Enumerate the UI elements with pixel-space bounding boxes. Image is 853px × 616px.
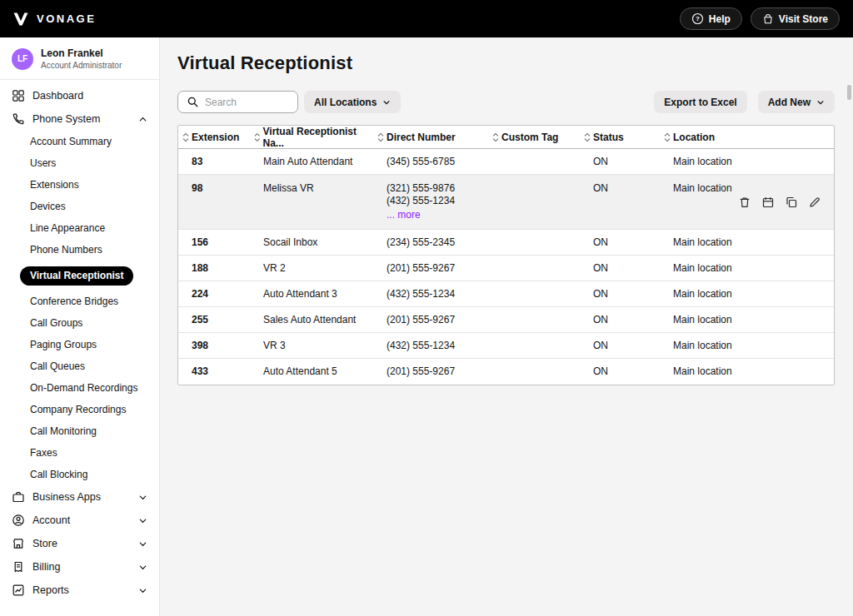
cell-status: ON bbox=[580, 262, 660, 275]
chevron-down-icon bbox=[138, 586, 147, 595]
edit-pencil-icon[interactable] bbox=[807, 195, 822, 210]
sidebar-item-call-groups[interactable]: Call Groups bbox=[0, 312, 159, 334]
sidebar-item-reports[interactable]: Reports bbox=[0, 579, 159, 602]
column-header-status[interactable]: Status bbox=[580, 132, 660, 143]
table-row[interactable]: 156 Socail Inbox (234) 555-2345 ON Main … bbox=[178, 230, 834, 256]
copy-icon[interactable] bbox=[784, 195, 799, 210]
cell-location: Main location bbox=[660, 288, 834, 301]
phone-icon bbox=[12, 112, 25, 126]
chevron-down-icon bbox=[138, 493, 147, 502]
chart-icon bbox=[12, 584, 25, 597]
cell-name: Socail Inbox bbox=[250, 236, 373, 249]
cell-location: Main location bbox=[660, 156, 834, 168]
sidebar-item-account[interactable]: Account bbox=[0, 509, 159, 532]
sidebar-item-business-apps[interactable]: Business Apps bbox=[0, 485, 159, 509]
cell-status: ON bbox=[580, 288, 660, 301]
cell-extension: 83 bbox=[178, 156, 250, 168]
cell-status: ON bbox=[580, 182, 660, 195]
chevron-down-icon bbox=[816, 98, 825, 107]
table-row[interactable]: 433 Auto Attendant 5 (201) 555-9267 ON M… bbox=[178, 359, 834, 385]
table-row[interactable]: 255 Sales Auto Attendant (201) 555-9267 … bbox=[178, 307, 834, 333]
sidebar-item-conference-bridges[interactable]: Conference Bridges bbox=[0, 291, 159, 312]
table-row[interactable]: 224 Auto Attendant 3 (432) 555-1234 ON M… bbox=[178, 281, 834, 307]
sidebar-item-dashboard[interactable]: Dashboard bbox=[0, 84, 159, 107]
cell-name: Sales Auto Attendant bbox=[250, 314, 373, 326]
sidebar-item-call-monitoring[interactable]: Call Monitoring bbox=[0, 420, 159, 442]
chevron-down-icon bbox=[382, 98, 391, 107]
export-to-excel-button[interactable]: Export to Excel bbox=[654, 91, 746, 113]
sidebar-item-store[interactable]: Store bbox=[0, 532, 159, 555]
sort-icon bbox=[664, 132, 671, 142]
calendar-icon[interactable] bbox=[761, 195, 776, 210]
brand-name: VONAGE bbox=[37, 12, 96, 25]
main-content: Virtual Receptionist All Locations Expor… bbox=[160, 37, 853, 616]
vonage-logo[interactable]: VONAGE bbox=[13, 12, 96, 26]
cell-direct-number: (432) 555-1234 bbox=[373, 340, 488, 352]
sidebar-item-account-summary[interactable]: Account Summary bbox=[0, 131, 159, 152]
sidebar-item-label: Business Apps bbox=[32, 491, 131, 503]
table-row[interactable]: 83 Main Auto Attendant (345) 555-6785 ON… bbox=[178, 149, 834, 175]
table-row[interactable]: 398 VR 3 (432) 555-1234 ON Main location bbox=[178, 333, 834, 359]
sidebar-item-faxes[interactable]: Faxes bbox=[0, 442, 159, 464]
visit-store-button[interactable]: Visit Store bbox=[751, 7, 840, 30]
svg-text:?: ? bbox=[696, 15, 700, 22]
cell-name: Melissa VR bbox=[250, 182, 373, 195]
sidebar-item-line-appearance[interactable]: Line Appearance bbox=[0, 217, 159, 239]
cell-name: Auto Attendant 5 bbox=[250, 365, 373, 378]
sidebar-item-devices[interactable]: Devices bbox=[0, 196, 159, 217]
column-header-location[interactable]: Location bbox=[660, 132, 834, 143]
cell-name: VR 2 bbox=[250, 262, 373, 275]
more-numbers-link[interactable]: ... more bbox=[387, 209, 488, 221]
cell-extension: 156 bbox=[178, 236, 250, 249]
cell-direct-number: (345) 555-6785 bbox=[373, 156, 488, 168]
scrollbar-thumb[interactable] bbox=[847, 85, 851, 100]
search-box[interactable] bbox=[177, 91, 298, 113]
sort-icon bbox=[492, 132, 499, 142]
search-input[interactable] bbox=[205, 97, 289, 108]
sidebar-item-call-blocking[interactable]: Call Blocking bbox=[0, 464, 159, 485]
sidebar-item-paging-groups[interactable]: Paging Groups bbox=[0, 334, 159, 355]
sidebar-item-on-demand-recordings[interactable]: On-Demand Recordings bbox=[0, 377, 159, 399]
cell-location: Main location bbox=[660, 365, 834, 378]
cell-status: ON bbox=[580, 156, 660, 168]
cell-name: VR 3 bbox=[250, 340, 373, 352]
cell-status: ON bbox=[580, 314, 660, 326]
column-header-name[interactable]: Virtual Receptionist Na... bbox=[250, 126, 373, 149]
table-row[interactable]: 188 VR 2 (201) 555-9267 ON Main location bbox=[178, 256, 834, 281]
user-profile[interactable]: LF Leon Frankel Account Administrator bbox=[0, 37, 159, 80]
sidebar-item-company-recordings[interactable]: Company Recordings bbox=[0, 399, 159, 420]
cell-direct-number: (201) 555-9267 bbox=[373, 314, 488, 326]
dashboard-icon bbox=[12, 89, 25, 102]
topbar-actions: ? Help Visit Store bbox=[680, 7, 840, 30]
help-button[interactable]: ? Help bbox=[680, 7, 742, 30]
visit-store-label: Visit Store bbox=[779, 13, 828, 25]
sidebar-item-label: Reports bbox=[32, 584, 131, 596]
sidebar-item-label: Phone System bbox=[32, 113, 131, 125]
column-header-extension[interactable]: Extension bbox=[178, 132, 250, 143]
sidebar-item-billing[interactable]: Billing bbox=[0, 555, 159, 579]
column-header-custom-tag[interactable]: Custom Tag bbox=[488, 132, 580, 143]
column-header-direct-number[interactable]: Direct Number bbox=[373, 132, 488, 143]
sidebar-item-extensions[interactable]: Extensions bbox=[0, 174, 159, 196]
location-filter-button[interactable]: All Locations bbox=[304, 91, 401, 113]
sort-icon bbox=[377, 132, 384, 142]
sidebar-item-virtual-receptionist[interactable]: Virtual Receptionist bbox=[0, 261, 159, 291]
help-icon: ? bbox=[691, 12, 704, 25]
chevron-down-icon bbox=[138, 516, 147, 525]
chevron-down-icon bbox=[138, 539, 147, 549]
add-new-button[interactable]: Add New bbox=[758, 91, 835, 113]
table-header: Extension Virtual Receptionist Na... Dir… bbox=[178, 126, 834, 149]
sidebar-item-label: Account bbox=[32, 514, 131, 526]
sidebar-item-phone-system[interactable]: Phone System bbox=[0, 107, 159, 131]
cell-direct-number: (321) 555-9876 (432) 555-1234 ... more bbox=[373, 182, 488, 221]
trash-icon[interactable] bbox=[737, 195, 752, 210]
briefcase-icon bbox=[12, 490, 25, 504]
sidebar-item-call-queues[interactable]: Call Queues bbox=[0, 355, 159, 377]
cell-direct-number: (201) 555-9267 bbox=[373, 262, 488, 275]
sidebar-item-label: Dashboard bbox=[32, 90, 147, 102]
table-row-highlighted[interactable]: 98 Melissa VR (321) 555-9876 (432) 555-1… bbox=[178, 175, 834, 230]
vonage-v-icon bbox=[13, 12, 28, 26]
cell-extension: 98 bbox=[178, 182, 250, 195]
sidebar-item-phone-numbers[interactable]: Phone Numbers bbox=[0, 239, 159, 261]
sidebar-item-users[interactable]: Users bbox=[0, 152, 159, 174]
